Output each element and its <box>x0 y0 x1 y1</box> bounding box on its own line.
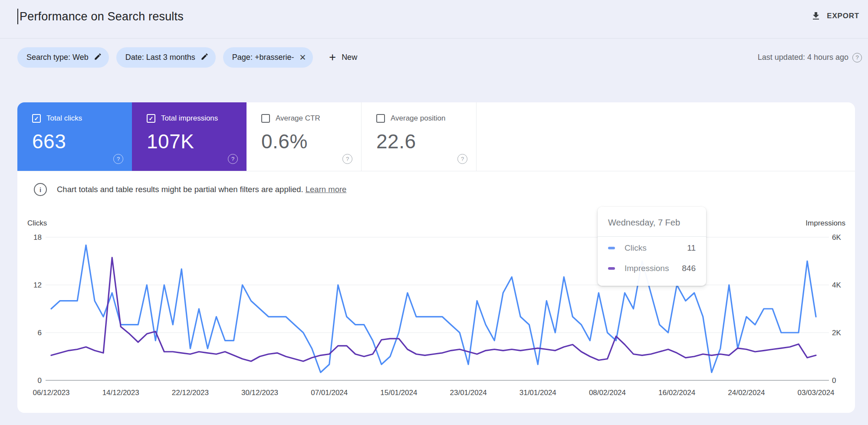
metric-tile-average-position[interactable]: ✓ Average position 22.6 ? <box>361 102 477 171</box>
filter-chip-label: Page: +brasserie- <box>232 53 294 62</box>
chart-area: 06121802K4K6KClicksImpressions06/12/2023… <box>0 212 868 405</box>
help-icon[interactable]: ? <box>113 154 123 164</box>
metric-label: Average CTR <box>276 114 320 123</box>
svg-text:6K: 6K <box>832 233 841 242</box>
svg-text:6: 6 <box>38 329 42 337</box>
metric-tiles: ✓ Total clicks 663 ? ✓ Total impressions… <box>17 102 855 171</box>
svg-text:16/02/2024: 16/02/2024 <box>658 389 695 397</box>
svg-text:07/01/2024: 07/01/2024 <box>311 389 348 397</box>
checkbox-checked-icon[interactable]: ✓ <box>32 114 41 123</box>
svg-text:31/01/2024: 31/01/2024 <box>519 389 556 397</box>
svg-text:03/03/2024: 03/03/2024 <box>797 389 834 397</box>
checkbox-checked-icon[interactable]: ✓ <box>147 114 155 123</box>
svg-text:12: 12 <box>33 281 42 289</box>
filter-chip-label: Search type: Web <box>26 53 89 62</box>
filter-bar: Search type: Web Date: Last 3 months Pag… <box>17 47 862 68</box>
last-updated-text: Last updated: 4 hours ago <box>758 53 848 62</box>
info-icon: i <box>34 183 47 196</box>
close-icon[interactable]: ✕ <box>299 53 306 62</box>
svg-text:Clicks: Clicks <box>27 219 47 227</box>
svg-text:4K: 4K <box>832 281 841 289</box>
plus-icon: + <box>329 52 336 63</box>
svg-text:08/02/2024: 08/02/2024 <box>589 389 626 397</box>
partial-data-banner: i Chart totals and table results might b… <box>34 183 346 196</box>
export-label: EXPORT <box>827 12 859 20</box>
learn-more-link[interactable]: Learn more <box>306 185 347 194</box>
text-cursor <box>17 9 18 24</box>
search-console-performance-page: Performance on Search results EXPORT Sea… <box>0 0 868 425</box>
checkbox-unchecked-icon[interactable]: ✓ <box>261 114 270 123</box>
svg-text:2K: 2K <box>832 329 841 337</box>
edit-pencil-icon <box>201 52 209 63</box>
last-updated: Last updated: 4 hours ago ? <box>758 53 862 62</box>
metric-tile-average-ctr[interactable]: ✓ Average CTR 0.6% ? <box>247 102 361 171</box>
metric-label: Total clicks <box>46 114 82 123</box>
svg-text:06/12/2023: 06/12/2023 <box>33 389 69 397</box>
edit-pencil-icon <box>94 52 102 63</box>
metric-value: 663 <box>32 130 132 153</box>
metric-label: Total impressions <box>161 114 218 123</box>
metric-value: 107K <box>147 130 247 153</box>
help-icon[interactable]: ? <box>852 53 862 62</box>
checkbox-unchecked-icon[interactable]: ✓ <box>376 114 385 123</box>
filter-chip-date[interactable]: Date: Last 3 months <box>116 47 216 68</box>
help-icon[interactable]: ? <box>342 154 352 164</box>
filter-chip-page[interactable]: Page: +brasserie- ✕ <box>223 47 313 68</box>
help-icon[interactable]: ? <box>457 154 467 164</box>
svg-text:24/02/2024: 24/02/2024 <box>728 389 765 397</box>
new-filter-label: New <box>342 53 357 62</box>
svg-text:14/12/2023: 14/12/2023 <box>102 389 139 397</box>
svg-text:15/01/2024: 15/01/2024 <box>380 389 417 397</box>
download-icon <box>811 11 821 21</box>
new-filter-button[interactable]: + New <box>326 51 360 64</box>
svg-text:22/12/2023: 22/12/2023 <box>172 389 209 397</box>
banner-text: Chart totals and table results might be … <box>57 185 346 194</box>
svg-text:18: 18 <box>33 233 42 242</box>
help-icon[interactable]: ? <box>228 154 238 164</box>
filter-chip-search-type[interactable]: Search type: Web <box>17 47 109 68</box>
page-title: Performance on Search results <box>20 10 184 23</box>
metric-value: 22.6 <box>376 130 476 153</box>
metric-tile-total-clicks[interactable]: ✓ Total clicks 663 ? <box>17 102 132 171</box>
metric-tile-total-impressions[interactable]: ✓ Total impressions 107K ? <box>132 102 247 171</box>
svg-text:0: 0 <box>38 376 42 385</box>
performance-chart[interactable]: 06121802K4K6KClicksImpressions06/12/2023… <box>0 212 868 405</box>
metric-label: Average position <box>391 114 445 123</box>
header-divider <box>0 38 868 39</box>
svg-text:Impressions: Impressions <box>806 219 845 227</box>
page-header: Performance on Search results <box>17 9 184 24</box>
svg-text:23/01/2024: 23/01/2024 <box>450 389 487 397</box>
svg-text:30/12/2023: 30/12/2023 <box>241 389 278 397</box>
export-button[interactable]: EXPORT <box>808 10 862 22</box>
metric-value: 0.6% <box>261 130 361 153</box>
svg-text:0: 0 <box>832 376 836 385</box>
filter-chip-label: Date: Last 3 months <box>125 53 195 62</box>
